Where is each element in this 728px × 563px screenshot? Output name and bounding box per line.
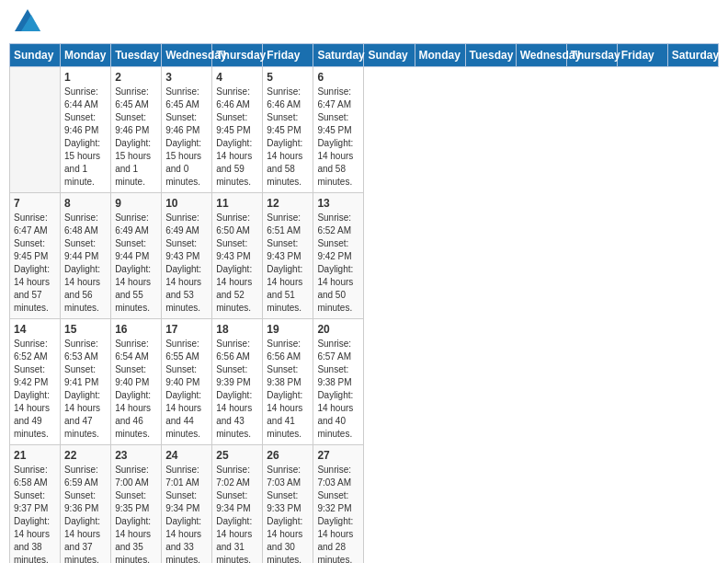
- day-info: Sunrise: 6:58 AMSunset: 9:37 PMDaylight:…: [14, 464, 56, 563]
- col-header-thursday: Thursday: [566, 44, 617, 67]
- calendar-cell: 27Sunrise: 7:03 AMSunset: 9:32 PMDayligh…: [313, 445, 364, 564]
- logo: [13, 9, 40, 36]
- day-info: Sunrise: 7:00 AMSunset: 9:35 PMDaylight:…: [115, 464, 157, 563]
- day-number: 14: [14, 323, 56, 336]
- col-header-monday: Monday: [61, 44, 111, 67]
- col-header-friday: Friday: [263, 44, 313, 67]
- day-number: 1: [64, 71, 107, 84]
- col-header-tuesday: Tuesday: [111, 44, 162, 67]
- day-info: Sunrise: 7:03 AMSunset: 9:32 PMDaylight:…: [317, 464, 359, 563]
- day-info: Sunrise: 6:45 AMSunset: 9:46 PMDaylight:…: [115, 86, 157, 189]
- day-info: Sunrise: 6:47 AMSunset: 9:45 PMDaylight:…: [317, 86, 359, 189]
- day-info: Sunrise: 6:45 AMSunset: 9:46 PMDaylight:…: [165, 86, 208, 189]
- col-header-tuesday: Tuesday: [465, 44, 516, 67]
- day-info: Sunrise: 6:48 AMSunset: 9:44 PMDaylight:…: [64, 212, 107, 315]
- day-number: 24: [165, 449, 208, 462]
- col-header-friday: Friday: [617, 44, 667, 67]
- day-info: Sunrise: 6:56 AMSunset: 9:39 PMDaylight:…: [216, 338, 258, 441]
- calendar-cell: 1Sunrise: 6:44 AMSunset: 9:46 PMDaylight…: [61, 67, 111, 193]
- day-info: Sunrise: 6:47 AMSunset: 9:45 PMDaylight:…: [14, 212, 56, 315]
- day-number: 17: [165, 323, 208, 336]
- day-info: Sunrise: 6:51 AMSunset: 9:43 PMDaylight:…: [267, 212, 309, 315]
- day-info: Sunrise: 6:55 AMSunset: 9:40 PMDaylight:…: [165, 338, 208, 441]
- day-number: 6: [317, 71, 359, 84]
- day-number: 19: [267, 323, 309, 336]
- day-number: 5: [267, 71, 309, 84]
- calendar-cell: 19Sunrise: 6:56 AMSunset: 9:38 PMDayligh…: [263, 319, 313, 445]
- day-info: Sunrise: 7:03 AMSunset: 9:33 PMDaylight:…: [267, 464, 309, 563]
- day-info: Sunrise: 6:46 AMSunset: 9:45 PMDaylight:…: [216, 86, 258, 189]
- calendar-week-row: 1Sunrise: 6:44 AMSunset: 9:46 PMDaylight…: [10, 67, 719, 193]
- calendar-cell: 8Sunrise: 6:48 AMSunset: 9:44 PMDaylight…: [61, 193, 111, 319]
- calendar-cell: 26Sunrise: 7:03 AMSunset: 9:33 PMDayligh…: [263, 445, 313, 564]
- day-info: Sunrise: 6:53 AMSunset: 9:41 PMDaylight:…: [64, 338, 107, 441]
- calendar-cell: 7Sunrise: 6:47 AMSunset: 9:45 PMDaylight…: [10, 193, 61, 319]
- col-header-sunday: Sunday: [10, 44, 61, 67]
- col-header-monday: Monday: [415, 44, 465, 67]
- calendar-cell: 18Sunrise: 6:56 AMSunset: 9:39 PMDayligh…: [212, 319, 263, 445]
- day-info: Sunrise: 6:52 AMSunset: 9:42 PMDaylight:…: [14, 338, 56, 441]
- calendar-cell: 2Sunrise: 6:45 AMSunset: 9:46 PMDaylight…: [111, 67, 162, 193]
- page-header: [9, 9, 719, 36]
- logo-text: [13, 9, 40, 36]
- calendar-cell: 5Sunrise: 6:46 AMSunset: 9:45 PMDaylight…: [263, 67, 313, 193]
- day-number: 26: [267, 449, 309, 462]
- calendar-header-row: SundayMondayTuesdayWednesdayThursdayFrid…: [10, 44, 719, 67]
- calendar-week-row: 14Sunrise: 6:52 AMSunset: 9:42 PMDayligh…: [10, 319, 719, 445]
- day-number: 23: [115, 449, 157, 462]
- day-number: 18: [216, 323, 258, 336]
- day-number: 12: [267, 197, 309, 210]
- calendar-cell: 14Sunrise: 6:52 AMSunset: 9:42 PMDayligh…: [10, 319, 61, 445]
- calendar-cell: 4Sunrise: 6:46 AMSunset: 9:45 PMDaylight…: [212, 67, 263, 193]
- calendar-cell: 24Sunrise: 7:01 AMSunset: 9:34 PMDayligh…: [162, 445, 212, 564]
- day-info: Sunrise: 6:52 AMSunset: 9:42 PMDaylight:…: [317, 212, 359, 315]
- day-info: Sunrise: 7:01 AMSunset: 9:34 PMDaylight:…: [165, 464, 208, 563]
- day-info: Sunrise: 6:56 AMSunset: 9:38 PMDaylight:…: [267, 338, 309, 441]
- calendar-cell: 20Sunrise: 6:57 AMSunset: 9:38 PMDayligh…: [313, 319, 364, 445]
- day-info: Sunrise: 7:02 AMSunset: 9:34 PMDaylight:…: [216, 464, 258, 563]
- calendar-cell: 3Sunrise: 6:45 AMSunset: 9:46 PMDaylight…: [162, 67, 212, 193]
- day-info: Sunrise: 6:46 AMSunset: 9:45 PMDaylight:…: [267, 86, 309, 189]
- day-number: 21: [14, 449, 56, 462]
- day-info: Sunrise: 6:50 AMSunset: 9:43 PMDaylight:…: [216, 212, 258, 315]
- col-header-saturday: Saturday: [667, 44, 718, 67]
- calendar-cell: 10Sunrise: 6:49 AMSunset: 9:43 PMDayligh…: [162, 193, 212, 319]
- day-number: 8: [64, 197, 107, 210]
- day-number: 16: [115, 323, 157, 336]
- logo-icon: [15, 9, 40, 31]
- calendar-table: SundayMondayTuesdayWednesdayThursdayFrid…: [9, 43, 719, 563]
- calendar-cell: 16Sunrise: 6:54 AMSunset: 9:40 PMDayligh…: [111, 319, 162, 445]
- day-number: 11: [216, 197, 258, 210]
- calendar-cell: 17Sunrise: 6:55 AMSunset: 9:40 PMDayligh…: [162, 319, 212, 445]
- calendar-week-row: 21Sunrise: 6:58 AMSunset: 9:37 PMDayligh…: [10, 445, 719, 564]
- day-number: 20: [317, 323, 359, 336]
- day-number: 13: [317, 197, 359, 210]
- day-info: Sunrise: 6:57 AMSunset: 9:38 PMDaylight:…: [317, 338, 359, 441]
- day-number: 27: [317, 449, 359, 462]
- calendar-cell: 6Sunrise: 6:47 AMSunset: 9:45 PMDaylight…: [313, 67, 364, 193]
- calendar-cell: 15Sunrise: 6:53 AMSunset: 9:41 PMDayligh…: [61, 319, 111, 445]
- day-number: 2: [115, 71, 157, 84]
- calendar-cell: 12Sunrise: 6:51 AMSunset: 9:43 PMDayligh…: [263, 193, 313, 319]
- day-info: Sunrise: 6:49 AMSunset: 9:44 PMDaylight:…: [115, 212, 157, 315]
- day-info: Sunrise: 6:44 AMSunset: 9:46 PMDaylight:…: [64, 86, 107, 189]
- day-info: Sunrise: 6:59 AMSunset: 9:36 PMDaylight:…: [64, 464, 107, 563]
- day-number: 4: [216, 71, 258, 84]
- calendar-cell: 11Sunrise: 6:50 AMSunset: 9:43 PMDayligh…: [212, 193, 263, 319]
- day-number: 10: [165, 197, 208, 210]
- calendar-cell: 25Sunrise: 7:02 AMSunset: 9:34 PMDayligh…: [212, 445, 263, 564]
- calendar-cell: 23Sunrise: 7:00 AMSunset: 9:35 PMDayligh…: [111, 445, 162, 564]
- col-header-thursday: Thursday: [212, 44, 263, 67]
- day-number: 22: [64, 449, 107, 462]
- calendar-cell: 22Sunrise: 6:59 AMSunset: 9:36 PMDayligh…: [61, 445, 111, 564]
- col-header-wednesday: Wednesday: [516, 44, 566, 67]
- day-info: Sunrise: 6:49 AMSunset: 9:43 PMDaylight:…: [165, 212, 208, 315]
- calendar-cell: 9Sunrise: 6:49 AMSunset: 9:44 PMDaylight…: [111, 193, 162, 319]
- day-number: 3: [165, 71, 208, 84]
- calendar-cell: [10, 67, 61, 193]
- col-header-sunday: Sunday: [364, 44, 415, 67]
- calendar-cell: 21Sunrise: 6:58 AMSunset: 9:37 PMDayligh…: [10, 445, 61, 564]
- day-number: 15: [64, 323, 107, 336]
- calendar-week-row: 7Sunrise: 6:47 AMSunset: 9:45 PMDaylight…: [10, 193, 719, 319]
- col-header-saturday: Saturday: [313, 44, 364, 67]
